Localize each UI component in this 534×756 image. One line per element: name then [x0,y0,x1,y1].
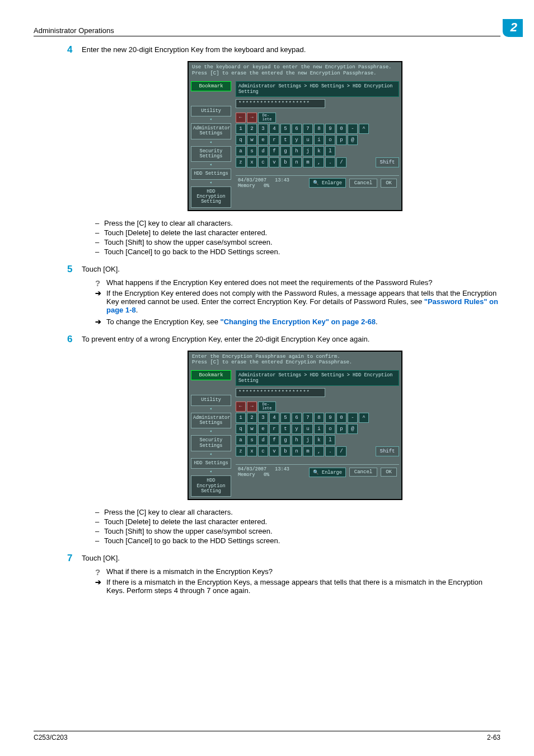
shift-key[interactable]: Shift [376,446,399,456]
key-4[interactable]: 4 [269,124,279,134]
key-1[interactable]: 1 [236,124,246,134]
key-v[interactable]: v [269,446,279,456]
enlarge-button[interactable]: 🔍 Enlarge [309,178,346,188]
key-v[interactable]: v [269,157,279,167]
key-c[interactable]: c [258,446,268,456]
key-b[interactable]: b [280,446,291,456]
key-a[interactable]: a [236,435,246,445]
key-,[interactable]: , [314,157,324,167]
key-h[interactable]: h [292,435,302,445]
key-3[interactable]: 3 [258,124,268,134]
sidebar-hdd-encryption[interactable]: HDD Encryption Setting [191,475,231,497]
key-1[interactable]: 1 [236,413,246,423]
enlarge-button[interactable]: 🔍 Enlarge [309,468,346,477]
ok-button[interactable]: OK [381,179,397,188]
key-g[interactable]: g [280,435,291,445]
key-u[interactable]: u [303,135,313,145]
key-8[interactable]: 8 [314,413,324,423]
key-k[interactable]: k [314,146,324,156]
key-/[interactable]: / [336,157,346,167]
key-6[interactable]: 6 [292,124,302,134]
sidebar-hdd-settings[interactable]: HDD Settings [191,169,231,179]
key-f[interactable]: f [269,146,279,156]
key-q[interactable]: q [236,424,246,434]
key-i[interactable]: i [314,135,324,145]
key-a[interactable]: a [236,146,246,156]
sidebar-utility[interactable]: Utility [191,106,231,116]
key-e[interactable]: e [258,424,268,434]
key-x[interactable]: x [247,157,257,167]
key-p[interactable]: p [336,424,346,434]
key--[interactable]: - [348,413,358,423]
key-e[interactable]: e [258,135,268,145]
delete-key[interactable]: De- lete [258,113,276,123]
passphrase-input[interactable]: ******************** [236,99,325,108]
bookmark-button[interactable]: Bookmark [191,81,231,91]
key-r[interactable]: r [269,135,279,145]
key-h[interactable]: h [292,146,302,156]
arrow-right-key[interactable]: → [247,113,257,123]
ok-button[interactable]: OK [381,468,397,477]
key-9[interactable]: 9 [325,124,335,134]
key-w[interactable]: w [247,135,257,145]
sidebar-hdd-encryption[interactable]: HDD Encryption Setting [191,186,231,208]
key-c[interactable]: c [258,157,268,167]
arrow-left-key[interactable]: ← [236,402,246,412]
key-y[interactable]: y [292,135,302,145]
key-u[interactable]: u [303,424,313,434]
sidebar-utility[interactable]: Utility [191,395,231,405]
key-l[interactable]: l [325,146,335,156]
key-t[interactable]: t [280,135,291,145]
key-7[interactable]: 7 [303,413,313,423]
key-@[interactable]: @ [348,424,358,434]
key-o[interactable]: o [325,135,335,145]
sidebar-security-settings[interactable]: Security Settings [191,146,231,162]
changing-encryption-key-link[interactable]: "Changing the Encryption Key" on page 2-… [221,318,376,326]
sidebar-security-settings[interactable]: Security Settings [191,435,231,451]
key-i[interactable]: i [314,424,324,434]
arrow-left-key[interactable]: ← [236,113,246,123]
key-5[interactable]: 5 [280,413,291,423]
key-2[interactable]: 2 [247,124,257,134]
key-j[interactable]: j [303,435,313,445]
key-b[interactable]: b [280,157,291,167]
key-n[interactable]: n [292,157,302,167]
key--[interactable]: - [348,124,358,134]
key-3[interactable]: 3 [258,413,268,423]
cancel-button[interactable]: Cancel [349,179,377,188]
key-g[interactable]: g [280,146,291,156]
key-o[interactable]: o [325,424,335,434]
bookmark-button[interactable]: Bookmark [191,370,231,380]
key-f[interactable]: f [269,435,279,445]
key-p[interactable]: p [336,135,346,145]
key-@[interactable]: @ [348,135,358,145]
key-d[interactable]: d [258,146,268,156]
key-m[interactable]: m [303,157,313,167]
key-x[interactable]: x [247,446,257,456]
key-2[interactable]: 2 [247,413,257,423]
key-y[interactable]: y [292,424,302,434]
key-5[interactable]: 5 [280,124,291,134]
key-0[interactable]: 0 [336,413,346,423]
key-7[interactable]: 7 [303,124,313,134]
key-0[interactable]: 0 [336,124,346,134]
key-z[interactable]: z [236,446,246,456]
key-q[interactable]: q [236,135,246,145]
sidebar-admin-settings[interactable]: Administrator Settings [191,123,231,139]
key-m[interactable]: m [303,446,313,456]
key-r[interactable]: r [269,424,279,434]
key-9[interactable]: 9 [325,413,335,423]
key-,[interactable]: , [314,446,324,456]
key-w[interactable]: w [247,424,257,434]
key-k[interactable]: k [314,435,324,445]
key-8[interactable]: 8 [314,124,324,134]
key-d[interactable]: d [258,435,268,445]
key-.[interactable]: . [325,157,335,167]
key-^[interactable]: ^ [359,413,369,423]
key-s[interactable]: s [247,435,257,445]
key-^[interactable]: ^ [359,124,369,134]
key-j[interactable]: j [303,146,313,156]
key-t[interactable]: t [280,424,291,434]
key-.[interactable]: . [325,446,335,456]
key-l[interactable]: l [325,435,335,445]
